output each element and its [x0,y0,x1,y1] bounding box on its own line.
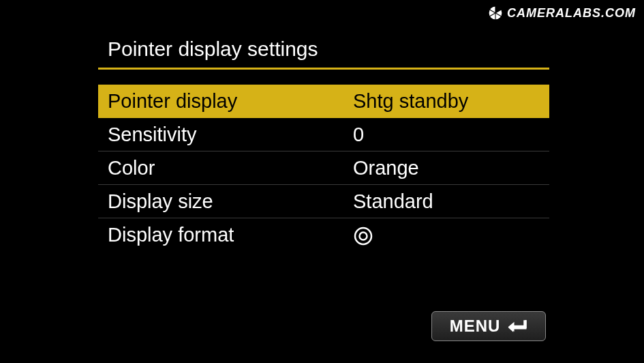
title-divider [98,68,549,70]
page-title: Pointer display settings [98,38,549,68]
menu-row-label: Pointer display [108,90,353,113]
menu-row[interactable]: ColorOrange [98,151,549,185]
menu-back-button[interactable]: MENU [431,311,546,341]
aperture-icon [488,5,503,20]
menu-row-label: Color [108,157,353,179]
menu-row-value: Standard [353,190,540,213]
menu-row[interactable]: Sensitivity0 [98,118,549,151]
menu-row-value [353,224,540,246]
return-icon [507,317,527,335]
watermark-text: CAMERALABS.COM [507,6,636,20]
menu-row[interactable]: Display sizeStandard [98,185,549,218]
watermark: CAMERALABS.COM [488,5,636,20]
menu-row-label: Display size [108,190,353,213]
menu-row-value: Orange [353,157,540,179]
menu-row-label: Display format [108,224,353,246]
menu-row-value: Shtg standby [353,90,540,113]
svg-point-2 [355,228,371,244]
menu-row-value: 0 [353,124,540,146]
menu-row[interactable]: Display format [98,218,549,252]
menu-button-label: MENU [450,317,501,336]
settings-menu: Pointer displayShtg standbySensitivity0C… [98,85,549,252]
menu-row-label: Sensitivity [108,124,353,146]
concentric-circles-icon [353,226,373,246]
menu-row[interactable]: Pointer displayShtg standby [98,85,549,118]
svg-point-3 [360,233,367,240]
